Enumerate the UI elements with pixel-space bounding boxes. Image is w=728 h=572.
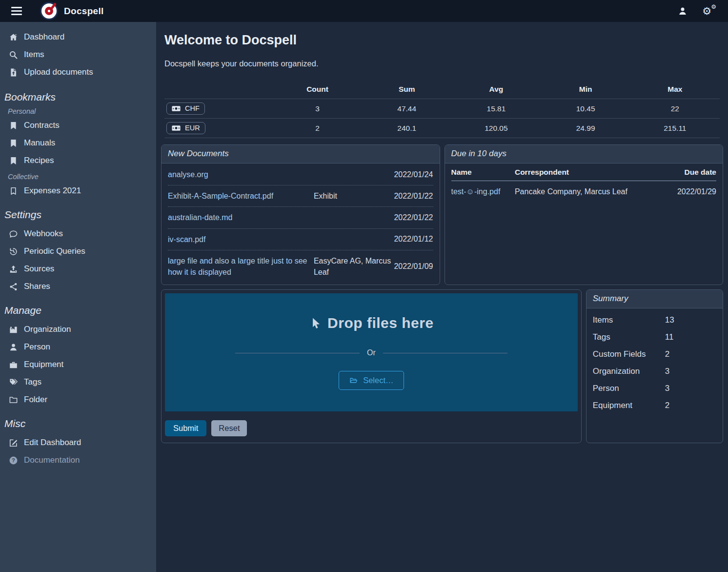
sidebar-item-recipes[interactable]: Recipes — [0, 152, 156, 169]
sidebar-item-label: Webhooks — [24, 229, 63, 239]
stats-col-avg: Avg — [451, 81, 541, 99]
search-icon — [9, 50, 18, 60]
due-date-value: 2022/01/29 — [655, 181, 716, 203]
currency-stats-table: Count Sum Avg Min Max CHF 3 47.44 15.81 … — [164, 81, 720, 138]
share-nodes-icon — [9, 282, 18, 291]
sidebar-item-equipment[interactable]: Equipment — [0, 356, 156, 373]
stat-value: 24.99 — [541, 119, 630, 138]
document-link[interactable]: large file and also a large title just t… — [168, 255, 314, 278]
sidebar-item-edit-dashboard[interactable]: Edit Dashboard — [0, 434, 156, 451]
sidebar-item-sources[interactable]: Sources — [0, 260, 156, 278]
home-icon — [9, 33, 18, 42]
top-navbar: Docspell ⚙⚙ — [0, 0, 728, 22]
toolbox-icon — [9, 360, 18, 369]
sidebar-item-folder[interactable]: Folder — [0, 391, 156, 409]
summary-row: Organization 3 — [593, 363, 716, 380]
document-meta: EasyCare AG, Marcus Leaf — [314, 255, 394, 278]
document-date: 2022/01/24 — [394, 170, 433, 179]
document-date: 2022/01/12 — [394, 235, 433, 244]
due-table: Name Correspondent Due date test-☺-ing.p… — [451, 163, 717, 203]
sidebar-item-contracts[interactable]: Contracts — [0, 117, 156, 134]
document-date: 2022/01/09 — [394, 262, 433, 271]
document-link[interactable]: test-☺-ing.pdf — [451, 187, 501, 196]
due-panel: Due in 10 days Name Correspondent Due da… — [445, 144, 724, 285]
sidebar-item-dashboard[interactable]: Dasbhoard — [0, 28, 156, 46]
industry-icon — [9, 325, 18, 334]
document-link[interactable]: australian-date.md — [168, 212, 314, 223]
document-meta: Exhibit — [314, 190, 394, 202]
divider — [383, 353, 507, 353]
summary-value: 11 — [665, 332, 674, 342]
sidebar-item-webhooks[interactable]: Webhooks — [0, 225, 156, 243]
sidebar-item-label: Dasbhoard — [24, 32, 64, 42]
money-bill-icon-label: CHF — [185, 104, 200, 112]
document-date: 2022/01/22 — [394, 213, 433, 222]
bookmark-icon — [9, 139, 18, 148]
page-title: Welcome to Docspell — [164, 33, 720, 48]
upload-icon — [9, 265, 18, 274]
document-link[interactable]: analyse.org — [168, 169, 314, 180]
or-label: Or — [367, 348, 376, 357]
summary-label: Person — [593, 384, 665, 393]
money-bill-icon-label: EUR — [185, 124, 200, 132]
summary-label: Items — [593, 315, 665, 325]
sidebar-item-items[interactable]: Items — [0, 46, 156, 63]
stat-value: 3 — [273, 99, 362, 119]
sidebar-item-label: Contracts — [24, 121, 60, 130]
summary-label: Tags — [593, 332, 665, 342]
user-account-icon[interactable] — [678, 6, 688, 16]
divider — [235, 353, 360, 353]
list-item: Exhibit-A-Sample-Contract.pdf Exhibit 20… — [168, 185, 433, 207]
drop-files-zone[interactable]: Drop files here Or Select… — [165, 293, 578, 411]
panel-title: New Documents — [162, 145, 440, 163]
sidebar-item-label: Upload documents — [24, 67, 93, 77]
app-title: Docspell — [64, 6, 104, 17]
document-link[interactable]: Exhibit-A-Sample-Contract.pdf — [168, 190, 314, 202]
sidebar-item-label: Tags — [24, 377, 41, 387]
summary-value: 3 — [665, 367, 669, 376]
sidebar-item-periodic-queries[interactable]: Periodic Queries — [0, 243, 156, 260]
sidebar-section-manage: Manage — [0, 305, 156, 316]
sidebar-item-manuals[interactable]: Manuals — [0, 134, 156, 152]
stats-col-count: Count — [273, 81, 362, 99]
sidebar-item-upload-documents[interactable]: Upload documents — [0, 63, 156, 81]
hamburger-menu-icon[interactable] — [11, 7, 22, 15]
summary-label: Equipment — [593, 401, 665, 410]
submit-button[interactable]: Submit — [165, 420, 206, 436]
sidebar-item-tags[interactable]: Tags — [0, 373, 156, 391]
sidebar-item-expenses-2021[interactable]: Expenses 2021 — [0, 182, 156, 200]
file-upload-icon — [9, 68, 18, 77]
new-documents-panel: New Documents analyse.org 2022/01/24 Exh… — [161, 144, 440, 285]
currency-badge-eur: EUR — [166, 122, 205, 134]
due-header-row: Name Correspondent Due date — [451, 163, 717, 181]
sidebar-item-label: Items — [24, 50, 44, 60]
list-item: iv-scan.pdf 2022/01/12 — [168, 229, 433, 250]
sidebar-item-documentation[interactable]: ? Documentation — [0, 451, 156, 469]
summary-row: Equipment 2 — [593, 397, 716, 414]
folder-open-icon — [349, 376, 358, 385]
select-files-button[interactable]: Select… — [339, 371, 404, 390]
summary-value: 2 — [665, 349, 669, 359]
bookmark-icon — [9, 156, 18, 165]
stats-col-max: Max — [630, 81, 720, 99]
reset-button[interactable]: Reset — [211, 420, 247, 436]
sidebar-item-label: Expenses 2021 — [24, 186, 81, 196]
sidebar-item-organization[interactable]: Organization — [0, 321, 156, 338]
table-row: test-☺-ing.pdf Pancake Company, Marcus L… — [451, 181, 717, 203]
list-item: analyse.org 2022/01/24 — [168, 164, 433, 185]
summary-row: Custom Fields 2 — [593, 346, 716, 363]
docspell-logo[interactable] — [40, 2, 58, 20]
sidebar-item-label: Organization — [24, 325, 71, 334]
correspondent-value: Pancake Company, Marcus Leaf — [515, 181, 655, 203]
question-circle-icon: ? — [9, 456, 18, 465]
sidebar-item-shares[interactable]: Shares — [0, 278, 156, 295]
summary-value: 2 — [665, 401, 669, 410]
page-subtitle: Docspell keeps your documents organized. — [164, 59, 720, 68]
gears-settings-icon[interactable]: ⚙⚙ — [702, 6, 715, 16]
sidebar-item-person[interactable]: Person — [0, 338, 156, 356]
comment-icon — [9, 229, 18, 239]
summary-row: Person 3 — [593, 380, 716, 397]
history-icon — [9, 247, 18, 256]
panel-title: Summary — [586, 290, 723, 308]
document-link[interactable]: iv-scan.pdf — [168, 234, 314, 245]
